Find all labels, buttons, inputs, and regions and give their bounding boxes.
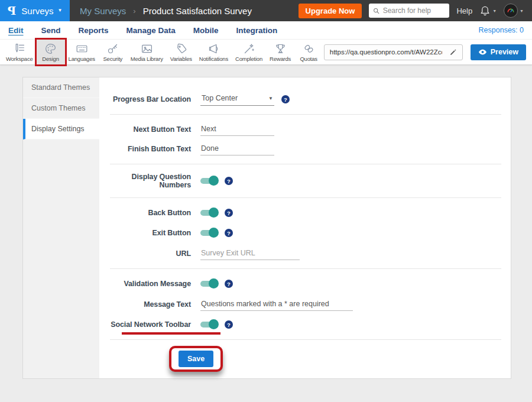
back-button-label: Back Button [99, 209, 191, 217]
divider [110, 164, 501, 164]
divider [110, 268, 501, 269]
next-button-text-label: Next Button Text [99, 125, 191, 134]
social-network-toolbar-row: Social Network Toolbar ? [99, 318, 511, 331]
help-icon[interactable]: ? [225, 320, 233, 329]
sidebar-item-display-settings[interactable]: Display Settings [23, 119, 99, 140]
next-button-text-row: Next Button Text [99, 123, 511, 136]
exit-url-label: URL [99, 249, 191, 258]
breadcrumb-parent[interactable]: My Surveys [80, 6, 126, 16]
message-text-input[interactable] [200, 299, 353, 311]
search-icon [373, 7, 379, 15]
help-search[interactable] [369, 4, 449, 18]
chain-links-icon [303, 43, 315, 55]
message-text-label: Message Text [99, 300, 191, 309]
display-question-numbers-label: Display Question Numbers [99, 173, 191, 189]
back-button-toggle[interactable] [200, 210, 218, 216]
finish-button-text-label: Finish Button Text [99, 145, 191, 153]
divider [110, 114, 501, 115]
edit-url-button[interactable] [445, 45, 462, 60]
design-settings-card: Standard Themes Custom Themes Display Se… [22, 77, 511, 379]
breadcrumb-current: Product Satisfaction Survey [143, 6, 252, 16]
key-icon [106, 43, 119, 55]
tab-send[interactable]: Send [41, 24, 61, 37]
next-button-text-input[interactable] [200, 124, 274, 136]
finish-button-text-row: Finish Button Text [99, 142, 511, 155]
progress-bar-location-select[interactable]: Top Center ▼ [200, 93, 274, 106]
exit-button-label: Exit Button [99, 229, 191, 237]
help-icon[interactable]: ? [225, 177, 233, 185]
questionpro-logo-icon: P [8, 4, 16, 17]
help-link[interactable]: Help [456, 7, 472, 15]
toolbar-item-completion[interactable]: Completion [232, 40, 266, 64]
social-network-toolbar-label: Social Network Toolbar [99, 320, 191, 329]
message-text-row: Message Text [99, 298, 511, 311]
pencil-icon [449, 48, 457, 56]
palette-icon [44, 43, 57, 55]
tab-integration[interactable]: Integration [236, 24, 278, 37]
validation-message-toggle[interactable] [200, 281, 218, 287]
toolbar-item-rewards[interactable]: Rewards [266, 40, 294, 64]
product-menu[interactable]: P Surveys ▼ [0, 0, 70, 21]
chevron-down-icon: ▼ [492, 9, 497, 13]
exit-button-row: Exit Button ? [99, 226, 511, 239]
sidebar-item-standard-themes[interactable]: Standard Themes [23, 77, 99, 98]
survey-url-field [324, 44, 463, 60]
display-question-numbers-toggle[interactable] [200, 178, 218, 184]
exit-url-input[interactable] [200, 248, 300, 260]
settings-sidebar: Standard Themes Custom Themes Display Se… [23, 77, 99, 378]
save-button[interactable]: Save [179, 351, 213, 367]
avatar [504, 4, 518, 18]
tab-mobile[interactable]: Mobile [193, 24, 219, 37]
progress-bar-location-row: Progress Bar Location Top Center ▼ ? [99, 93, 511, 106]
social-network-toolbar-toggle[interactable] [200, 322, 218, 328]
upgrade-now-button[interactable]: Upgrade Now [299, 4, 362, 18]
toolbar-item-variables[interactable]: Variables [167, 40, 196, 64]
help-icon[interactable]: ? [225, 280, 233, 288]
survey-nav-bar: Edit Send Reports Manage Data Mobile Int… [0, 21, 532, 39]
save-area: Save [99, 346, 511, 372]
megaphone-icon [207, 43, 220, 55]
search-input[interactable] [383, 7, 446, 15]
breadcrumb-separator-icon: › [133, 7, 135, 15]
toolbar-item-notifications[interactable]: Notifications [196, 40, 232, 64]
toolbar-item-languages[interactable]: Languages [65, 40, 99, 64]
back-button-row: Back Button ? [99, 206, 511, 219]
exit-button-toggle[interactable] [200, 230, 218, 236]
annotation-red-underline [122, 332, 220, 335]
validation-message-label: Validation Message [99, 280, 191, 288]
help-icon[interactable]: ? [225, 209, 233, 217]
tab-reports[interactable]: Reports [79, 24, 109, 37]
bell-icon [479, 5, 491, 17]
display-settings-form: Progress Bar Location Top Center ▼ ? Nex… [99, 77, 511, 378]
image-icon [141, 43, 153, 55]
notifications-bell-button[interactable]: ▼ [479, 5, 497, 17]
breadcrumb: My Surveys › Product Satisfaction Survey [80, 6, 252, 16]
validation-message-row: Validation Message ? [99, 277, 511, 290]
toolbar-item-workspace[interactable]: Workspace [2, 40, 37, 64]
sidebar-item-custom-themes[interactable]: Custom Themes [23, 98, 99, 119]
tab-manage-data[interactable]: Manage Data [126, 24, 176, 37]
toolbar-item-security[interactable]: Security [99, 40, 127, 64]
toolbar-item-design[interactable]: Design [37, 40, 65, 64]
product-menu-label: Surveys [21, 6, 53, 16]
survey-url-input[interactable] [325, 48, 445, 56]
keyboard-icon [76, 43, 88, 55]
account-menu-button[interactable]: ▼ [504, 4, 524, 18]
finish-button-text-input[interactable] [200, 143, 274, 155]
preview-button[interactable]: Preview [471, 44, 526, 60]
help-icon[interactable]: ? [225, 229, 233, 237]
chevron-down-icon: ▼ [268, 96, 273, 101]
exit-url-row: URL [99, 247, 511, 260]
divider [110, 339, 501, 340]
tab-edit[interactable]: Edit [8, 24, 24, 37]
toolbar-item-media-library[interactable]: Media Library [127, 40, 167, 64]
top-bar: P Surveys ▼ My Surveys › Product Satisfa… [0, 0, 532, 21]
edit-toolbar: Workspace Design Languages Security Medi… [0, 39, 532, 65]
help-icon[interactable]: ? [281, 95, 290, 103]
workspace-icon [13, 43, 25, 55]
toolbar-item-quotas[interactable]: Quotas [294, 40, 323, 64]
divider [110, 197, 501, 198]
eye-icon [478, 48, 487, 56]
annotation-red-box: Save [169, 346, 223, 372]
responses-count[interactable]: Responses: 0 [479, 26, 524, 34]
